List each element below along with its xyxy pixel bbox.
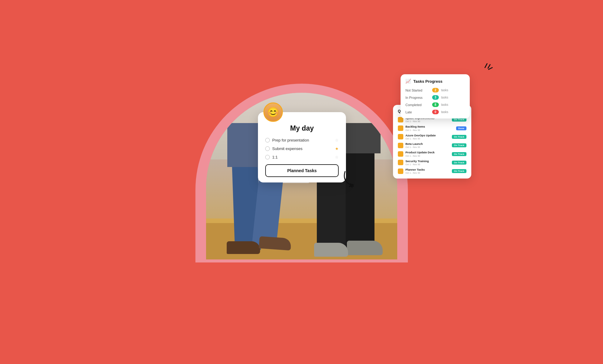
late-badge: 0 [432, 110, 439, 114]
task-status-5: On Track [452, 161, 466, 165]
sparkle-decoration [479, 62, 495, 78]
task-icon-2 [398, 134, 403, 139]
star-icon-3: ☆ [335, 155, 339, 159]
task-icon-3 [398, 143, 403, 148]
q4-task-row-5: Security Training Oct 1 - Nov 30 On Trac… [398, 159, 466, 166]
task-date-4: Oct 1 - Nov 30 [405, 155, 450, 157]
progress-row-late: Late 0 tasks [405, 110, 465, 114]
task-info-5: Security Training Oct 1 - Nov 30 [405, 159, 450, 166]
tasks-progress-card: 📈 Tasks Progress Not Started 2 tasks In … [401, 74, 470, 119]
task-icon-5 [398, 160, 403, 165]
task-status-2: On Track [452, 135, 466, 139]
progress-row-completed: Completed 8 tasks [405, 102, 465, 107]
task-name-4: Product Update Deck [405, 151, 450, 154]
task-icon-4 [398, 151, 403, 157]
task-date-3: Oct 1 - Nov 30 [405, 146, 450, 149]
task-info-4: Product Update Deck Oct 1 - Nov 30 [405, 151, 450, 157]
task-name-2: Azure DevOps Update [405, 134, 450, 137]
q4-task-row-3: Beta Launch Oct 1 - Nov 30 On Track [398, 142, 466, 149]
task-text-1: Prep for presentation [272, 138, 333, 142]
task-item-2: Submit expenses ★ [265, 146, 339, 151]
task-icon-1 [398, 125, 403, 131]
task-icon-6 [398, 169, 403, 174]
avatar: 😊 [263, 102, 283, 122]
late-label: Late [405, 110, 430, 114]
task-info-2: Azure DevOps Update Oct 1 - Nov 30 [405, 134, 450, 140]
task-name-6: Planner Tasks [405, 168, 450, 172]
my-day-title: My day [265, 124, 339, 132]
task-circle-2 [265, 146, 270, 151]
task-info-3: Beta Launch Oct 1 - Nov 30 [405, 142, 450, 149]
in-progress-label: In Progress [405, 96, 430, 99]
not-started-unit: tasks [441, 88, 448, 92]
arrow-decoration [340, 169, 362, 190]
progress-row-not-started: Not Started 2 tasks [405, 88, 465, 92]
completed-badge: 8 [432, 102, 439, 107]
svg-line-2 [488, 65, 490, 68]
q4-task-row-6: Planner Tasks Oct 1 - Nov 30 On Track [398, 168, 466, 174]
not-started-label: Not Started [405, 88, 430, 92]
star-icon-2: ★ [335, 146, 339, 151]
task-date-0: Oct 1 - Nov 30 [405, 120, 450, 123]
not-started-badge: 2 [432, 88, 439, 92]
in-progress-badge: 3 [432, 95, 439, 100]
task-text-2: Submit expenses [272, 146, 333, 151]
star-icon-1: ☆ [335, 138, 339, 142]
task-name-5: Security Training [405, 159, 450, 163]
q4-task-row-4: Product Update Deck Oct 1 - Nov 30 On Tr… [398, 151, 466, 157]
chart-icon: 📈 [405, 78, 411, 84]
q4-task-row-2: Azure DevOps Update Oct 1 - Nov 30 On Tr… [398, 134, 466, 140]
task-circle-3 [265, 155, 270, 159]
task-status-6: On Track [452, 169, 466, 173]
task-name-3: Beta Launch [405, 142, 450, 146]
completed-label: Completed [405, 103, 430, 107]
task-text-3: 1:1 [272, 155, 333, 159]
task-item-1: Prep for presentation ☆ [265, 138, 339, 142]
svg-line-1 [485, 64, 487, 68]
task-status-4: On Track [452, 152, 466, 156]
task-status-1: Done [456, 126, 466, 130]
q4-task-row-1: Backlog Items Oct 1 - Nov 30 Done [398, 125, 466, 131]
task-date-2: Oct 1 - Nov 30 [405, 137, 450, 140]
task-date-1: Oct 1 - Nov 30 [405, 129, 454, 132]
progress-row-in-progress: In Progress 3 tasks [405, 95, 465, 100]
task-item-3: 1:1 ☆ [265, 155, 339, 159]
planned-tasks-button[interactable]: Planned Tasks [265, 164, 339, 177]
my-day-card: 😊 My day Prep for presentation ☆ Submit … [258, 112, 346, 182]
in-progress-unit: tasks [441, 96, 448, 99]
task-circle-1 [265, 138, 270, 142]
tasks-progress-header: 📈 Tasks Progress [405, 78, 465, 84]
svg-line-3 [489, 68, 492, 69]
task-status-3: On Track [452, 143, 466, 147]
late-unit: tasks [441, 110, 448, 114]
completed-unit: tasks [441, 103, 448, 106]
task-info-1: Backlog Items Oct 1 - Nov 30 [405, 125, 454, 131]
task-name-1: Backlog Items [405, 125, 454, 129]
tasks-progress-title: Tasks Progress [413, 79, 442, 84]
task-date-6: Oct 1 - Nov 30 [405, 172, 450, 174]
task-date-5: Oct 1 - Nov 30 [405, 163, 450, 166]
task-info-6: Planner Tasks Oct 1 - Nov 30 [405, 168, 450, 174]
